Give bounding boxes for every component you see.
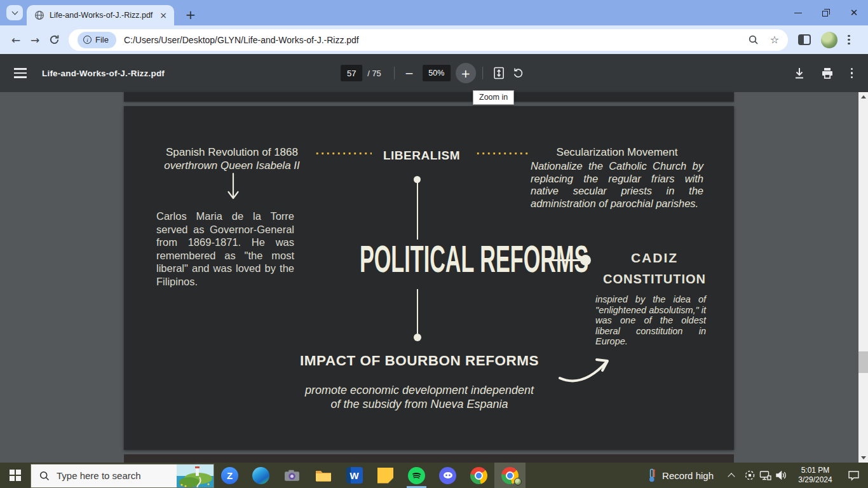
pdf-more-button[interactable] bbox=[846, 68, 858, 79]
zoom-magnifier-icon[interactable] bbox=[749, 35, 759, 45]
thermometer-icon bbox=[648, 468, 656, 482]
window-restore-button[interactable] bbox=[812, 0, 840, 25]
fit-page-icon bbox=[492, 67, 505, 79]
sticky-notes-icon bbox=[377, 468, 393, 484]
profile-avatar[interactable] bbox=[821, 32, 837, 48]
browser-menu-button[interactable] bbox=[848, 35, 850, 45]
divider bbox=[394, 67, 395, 79]
notification-icon bbox=[848, 470, 860, 481]
bourbon-reforms-heading: IMPACT OF BOURBON REFORMS bbox=[261, 353, 578, 369]
connector-line-top bbox=[417, 182, 418, 240]
dotted-connector-right bbox=[475, 152, 530, 155]
spanish-revolution-text: Spanish Revolution of 1868 overthrown Qu… bbox=[143, 146, 321, 172]
file-scheme-chip[interactable]: i File bbox=[78, 32, 116, 48]
word-icon: W bbox=[346, 467, 363, 484]
minimize-icon bbox=[794, 13, 802, 13]
window-close-button[interactable]: ✕ bbox=[840, 0, 868, 25]
window-minimize-button[interactable] bbox=[784, 0, 812, 25]
download-button[interactable] bbox=[790, 64, 809, 83]
volume-icon[interactable] bbox=[773, 463, 789, 488]
browser-toolbar: ← → i File C:/Users/User/Desktop/GLYN/Li… bbox=[0, 25, 868, 54]
political-reforms-title: POLITICAL REFORMS bbox=[273, 241, 572, 278]
taskbar-app-chrome[interactable] bbox=[463, 463, 494, 488]
taskbar-search-box[interactable]: Type here to search bbox=[31, 464, 214, 488]
previous-page-edge bbox=[124, 92, 734, 102]
taskbar-app-file-explorer[interactable] bbox=[308, 463, 339, 488]
file-chip-label: File bbox=[95, 35, 109, 44]
taskbar-app-discord[interactable] bbox=[432, 463, 463, 488]
rotate-icon bbox=[512, 67, 524, 79]
info-icon: i bbox=[83, 36, 92, 44]
zoom-in-button[interactable]: + bbox=[456, 63, 476, 83]
forward-button[interactable]: → bbox=[25, 30, 44, 50]
search-highlight-image[interactable] bbox=[177, 464, 214, 488]
connector-dot-bottom bbox=[414, 334, 421, 341]
clock-time: 5:01 PM bbox=[793, 466, 837, 475]
taskbar-app-sticky-notes[interactable] bbox=[370, 463, 401, 488]
taskbar-app-word[interactable]: W bbox=[339, 463, 370, 488]
secularization-heading: Secularization Movement bbox=[531, 146, 703, 159]
pdf-viewer: Spanish Revolution of 1868 overthrown Qu… bbox=[0, 92, 868, 463]
reload-button[interactable] bbox=[44, 30, 64, 50]
pdf-menu-icon[interactable] bbox=[14, 68, 27, 78]
zoom-out-button[interactable]: − bbox=[401, 67, 417, 79]
pdf-actions bbox=[790, 64, 858, 83]
taskbar-app-chrome-active[interactable] bbox=[494, 463, 526, 488]
new-tab-button[interactable]: + bbox=[182, 6, 200, 24]
tray-status-icon[interactable] bbox=[742, 463, 757, 488]
curved-arrow-icon bbox=[556, 354, 614, 384]
taskbar-app-edge[interactable] bbox=[245, 463, 276, 488]
bookmark-star-icon[interactable]: ☆ bbox=[770, 34, 779, 46]
back-button[interactable]: ← bbox=[6, 30, 25, 50]
search-placeholder: Type here to search bbox=[57, 470, 141, 481]
discord-icon bbox=[439, 467, 456, 484]
clock-date: 3/29/2024 bbox=[793, 475, 837, 485]
search-icon bbox=[39, 471, 50, 481]
screen: Life-and-Works-of-J.-Rizz.pdf × + ✕ ← → … bbox=[0, 0, 868, 488]
taskbar-app-zoom[interactable]: Z bbox=[214, 463, 245, 488]
scrollbar-thumb[interactable] bbox=[858, 351, 868, 373]
connector-line-right bbox=[550, 259, 581, 261]
reload-icon bbox=[49, 34, 60, 45]
chevron-down-icon bbox=[11, 9, 18, 15]
tab-close-button[interactable]: × bbox=[158, 10, 169, 21]
taskbar-tray: Record high 5:01 PM 3/2 bbox=[641, 463, 868, 488]
taskbar-app-spotify[interactable] bbox=[401, 463, 432, 488]
scrollbar[interactable] bbox=[858, 92, 868, 463]
browser-tab[interactable]: Life-and-Works-of-J.-Rizz.pdf × bbox=[27, 5, 174, 25]
page-number-input[interactable]: 57 bbox=[341, 65, 362, 81]
taskbar-apps: Z W bbox=[214, 463, 526, 488]
file-explorer-icon bbox=[315, 469, 332, 482]
clock[interactable]: 5:01 PM 3/29/2024 bbox=[793, 466, 837, 485]
taskbar-app-camera[interactable] bbox=[276, 463, 308, 488]
restore-icon bbox=[822, 9, 830, 17]
print-button[interactable] bbox=[818, 64, 837, 83]
zoom-app-icon: Z bbox=[221, 467, 238, 484]
weather-widget[interactable]: Record high bbox=[641, 463, 720, 488]
scroll-up-arrow[interactable] bbox=[861, 95, 866, 98]
window-controls: ✕ bbox=[784, 0, 868, 25]
tab-search-button[interactable] bbox=[6, 5, 23, 20]
tab-title: Life-and-Works-of-J.-Rizz.pdf bbox=[50, 11, 158, 20]
network-icon[interactable] bbox=[757, 463, 773, 488]
scroll-down-arrow[interactable] bbox=[861, 456, 866, 459]
zoom-in-tooltip: Zoom in bbox=[473, 90, 514, 105]
secularization-paragraph: Nationalize the Catholic Church by repla… bbox=[531, 160, 703, 210]
next-page-edge bbox=[124, 454, 734, 463]
globe-favicon-icon bbox=[34, 10, 44, 20]
address-bar[interactable]: i File C:/Users/User/Desktop/GLYN/Life-a… bbox=[69, 29, 788, 51]
print-icon bbox=[821, 67, 834, 79]
tray-expand-icon[interactable] bbox=[728, 473, 735, 480]
taskbar: Type here to search Z bbox=[0, 463, 868, 488]
side-panel-icon[interactable] bbox=[798, 34, 811, 45]
pdf-page-controls: 57 / 75 − 50% + bbox=[341, 63, 527, 83]
bourbon-reforms-paragraph: promote economic development independent… bbox=[261, 384, 578, 411]
rotate-button[interactable] bbox=[508, 64, 527, 83]
divider bbox=[482, 67, 483, 79]
fit-page-button[interactable] bbox=[489, 64, 508, 83]
start-button[interactable] bbox=[0, 463, 31, 488]
zoom-level: 50% bbox=[423, 65, 451, 81]
connector-dot-right bbox=[580, 255, 591, 266]
action-center-button[interactable] bbox=[843, 463, 864, 488]
camera-icon bbox=[284, 470, 300, 482]
